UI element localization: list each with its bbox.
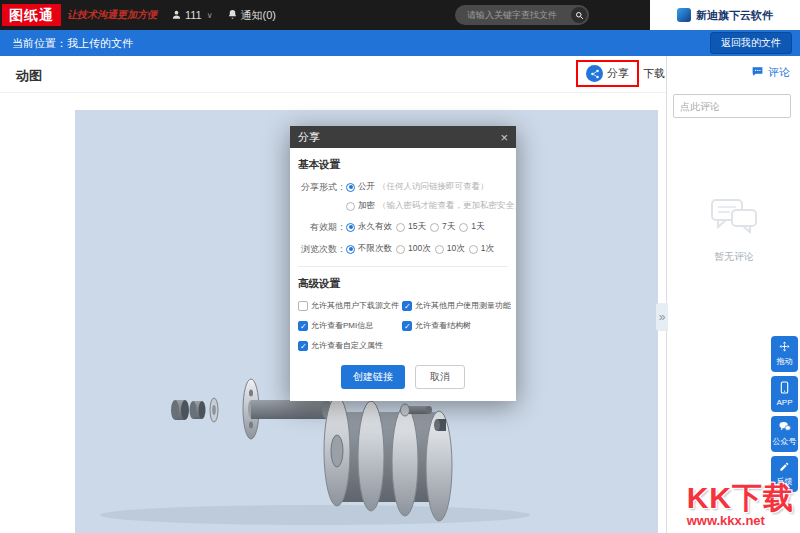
views-row: 浏览次数： 不限次数 100次 10次 xyxy=(298,243,508,256)
app-tagline: 让技术沟通更加方便 xyxy=(67,8,157,22)
user-menu[interactable]: 111 ∨ xyxy=(171,9,213,22)
validity-options: 永久有效 15天 7天 1天 xyxy=(346,221,484,233)
views-10-label: 10次 xyxy=(447,243,465,255)
brand-text: 新迪旗下云软件 xyxy=(696,8,773,23)
radio-unlimited[interactable] xyxy=(346,245,355,254)
comments-header[interactable]: 评论 xyxy=(751,65,790,80)
views-1-label: 1次 xyxy=(481,243,494,255)
download-label: 下载 xyxy=(643,66,665,81)
share-dialog-body: 基本设置 分享形式： 公开 （任何人访问链接即可查看） 加密 （输入密码才能查看… xyxy=(290,148,516,401)
feedback-label: 反馈 xyxy=(777,476,793,487)
validity-1d-label: 1天 xyxy=(471,221,484,233)
perm-measure[interactable]: 允许其他用户使用测量功能 xyxy=(402,300,511,311)
app-logo[interactable]: 图纸通 xyxy=(2,4,61,26)
back-to-files-button[interactable]: 返回我的文件 xyxy=(710,32,792,54)
perm-custom-props[interactable]: 允许查看自定义属性 xyxy=(298,340,400,351)
share-button[interactable]: 分享 xyxy=(586,65,629,82)
validity-7d-label: 7天 xyxy=(442,221,455,233)
radio-10[interactable] xyxy=(435,245,444,254)
empty-comments-text: 暂无评论 xyxy=(667,250,800,264)
empty-comments-icon xyxy=(708,224,760,241)
drag-button[interactable]: 拖动 xyxy=(771,336,798,372)
document-title: 动图 xyxy=(16,67,42,85)
brand-badge: 新迪旗下云软件 xyxy=(650,0,800,30)
perm-pmi[interactable]: 允许查看PMI信息 xyxy=(298,320,400,331)
close-icon[interactable]: × xyxy=(500,131,508,144)
share-dialog: 分享 × 基本设置 分享形式： 公开 （任何人访问链接即可查看） 加密 （输入密… xyxy=(290,126,516,401)
radio-public[interactable] xyxy=(346,183,355,192)
option-encrypted[interactable]: 加密 （输入密码才能查看，更加私密安全） xyxy=(346,200,523,212)
perm-custom-props-label: 允许查看自定义属性 xyxy=(311,340,383,351)
breadcrumb: 当前位置：我上传的文件 xyxy=(12,36,133,51)
checkbox-custom-props[interactable] xyxy=(298,341,308,351)
share-type-row: 分享形式： 公开 （任何人访问链接即可查看） 加密 （输入密码才能查看，更加私密… xyxy=(298,181,508,212)
edit-icon xyxy=(779,461,790,474)
radio-100[interactable] xyxy=(396,245,405,254)
user-icon xyxy=(171,9,182,22)
search-button[interactable] xyxy=(571,7,587,23)
radio-encrypted[interactable] xyxy=(346,202,355,211)
validity-option-7d[interactable]: 7天 xyxy=(430,221,455,233)
checkbox-structure-tree[interactable] xyxy=(402,321,412,331)
search-input[interactable] xyxy=(465,9,571,21)
views-options: 不限次数 100次 10次 1次 xyxy=(346,243,494,255)
radio-7d[interactable] xyxy=(430,223,439,232)
views-option-unlimited[interactable]: 不限次数 xyxy=(346,243,392,255)
comments-empty-state: 暂无评论 xyxy=(667,196,800,264)
validity-option-15d[interactable]: 15天 xyxy=(396,221,426,233)
create-link-button[interactable]: 创建链接 xyxy=(341,365,405,389)
views-option-10[interactable]: 10次 xyxy=(435,243,465,255)
validity-label: 有效期： xyxy=(298,221,346,234)
share-label: 分享 xyxy=(607,66,629,81)
share-dialog-title: 分享 xyxy=(298,130,320,145)
validity-option-forever[interactable]: 永久有效 xyxy=(346,221,392,233)
views-100-label: 100次 xyxy=(408,243,431,255)
dialog-actions: 创建链接 取消 xyxy=(298,365,508,389)
radio-forever[interactable] xyxy=(346,223,355,232)
annotation-share-highlight: 分享 xyxy=(576,60,639,87)
comment-input[interactable] xyxy=(673,94,791,118)
notification-button[interactable]: 通知(0) xyxy=(227,8,276,23)
radio-15d[interactable] xyxy=(396,223,405,232)
bell-icon xyxy=(227,9,238,22)
official-account-button[interactable]: 公众号 xyxy=(771,416,798,452)
user-name: 111 xyxy=(185,9,202,21)
share-type-options: 公开 （任何人访问链接即可查看） 加密 （输入密码才能查看，更加私密安全） xyxy=(346,181,523,212)
chat-bubbles-icon xyxy=(779,421,791,434)
search-icon xyxy=(575,6,584,24)
feedback-button[interactable]: 反馈 xyxy=(771,456,798,492)
share-type-label: 分享形式： xyxy=(298,181,346,194)
views-label: 浏览次数： xyxy=(298,243,346,256)
perm-pmi-label: 允许查看PMI信息 xyxy=(311,320,373,331)
app-label: APP xyxy=(776,398,792,407)
breadcrumb-bar: 当前位置：我上传的文件 返回我的文件 xyxy=(0,30,800,56)
radio-1[interactable] xyxy=(469,245,478,254)
checkbox-download-source[interactable] xyxy=(298,301,308,311)
floating-buttons: 拖动 APP 公众号 反馈 xyxy=(771,336,798,492)
search-box xyxy=(455,5,589,25)
perm-download-source-label: 允许其他用户下载源文件 xyxy=(311,300,399,311)
checkbox-pmi[interactable] xyxy=(298,321,308,331)
radio-1d[interactable] xyxy=(459,223,468,232)
checkbox-measure[interactable] xyxy=(402,301,412,311)
perm-measure-label: 允许其他用户使用测量功能 xyxy=(415,300,511,311)
chevron-down-icon: ∨ xyxy=(207,11,213,20)
validity-forever-label: 永久有效 xyxy=(358,221,392,233)
divider xyxy=(298,266,508,267)
validity-row: 有效期： 永久有效 15天 7天 xyxy=(298,221,508,234)
views-option-1[interactable]: 1次 xyxy=(469,243,494,255)
app-button[interactable]: APP xyxy=(771,376,798,412)
drag-label: 拖动 xyxy=(777,356,793,367)
app-window: 图纸通 让技术沟通更加方便 111 ∨ 通知(0) 新迪旗下 xyxy=(0,0,800,533)
validity-15d-label: 15天 xyxy=(408,221,426,233)
brand-logo-icon xyxy=(677,8,691,22)
validity-option-1d[interactable]: 1天 xyxy=(459,221,484,233)
cancel-button[interactable]: 取消 xyxy=(415,365,465,389)
views-option-100[interactable]: 100次 xyxy=(396,243,431,255)
perm-structure-tree[interactable]: 允许查看结构树 xyxy=(402,320,511,331)
perm-download-source[interactable]: 允许其他用户下载源文件 xyxy=(298,300,400,311)
move-icon xyxy=(779,341,790,354)
panel-collapse-toggle[interactable]: » xyxy=(656,303,668,331)
option-public[interactable]: 公开 （任何人访问链接即可查看） xyxy=(346,181,523,193)
perm-structure-tree-label: 允许查看结构树 xyxy=(415,320,471,331)
